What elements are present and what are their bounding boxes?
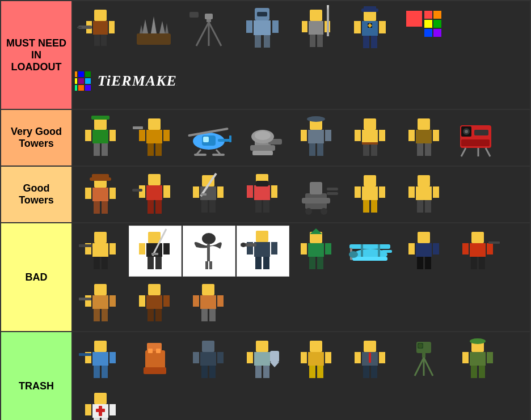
list-item[interactable] [75, 278, 128, 329]
svg-rect-43 [363, 36, 369, 48]
list-item[interactable] [129, 334, 182, 385]
tier-label-trash: TRASH [1, 332, 73, 420]
list-item[interactable] [237, 112, 289, 163]
svg-rect-157 [433, 186, 439, 198]
svg-rect-217 [85, 295, 91, 307]
list-item[interactable] [344, 226, 397, 277]
list-item[interactable] [452, 226, 505, 277]
svg-rect-172 [155, 257, 162, 269]
list-item[interactable] [183, 334, 235, 385]
list-item[interactable] [75, 387, 128, 420]
svg-rect-250 [201, 366, 208, 378]
svg-rect-21 [254, 20, 271, 35]
svg-rect-241 [145, 350, 165, 370]
svg-rect-144 [327, 188, 338, 190]
list-item[interactable] [75, 3, 128, 54]
svg-line-108 [461, 148, 466, 156]
list-item[interactable] [237, 226, 289, 277]
svg-rect-96 [418, 118, 430, 130]
svg-rect-199 [382, 250, 392, 253]
svg-rect-93 [363, 143, 369, 156]
list-item[interactable] [129, 278, 182, 329]
svg-rect-228 [202, 284, 214, 295]
svg-rect-124 [155, 200, 162, 214]
svg-rect-209 [470, 243, 486, 257]
svg-rect-276 [422, 353, 425, 358]
svg-rect-135 [254, 185, 270, 200]
list-item[interactable] [290, 334, 343, 385]
list-item[interactable] [290, 3, 343, 54]
list-item[interactable] [290, 112, 343, 163]
list-item[interactable] [237, 334, 289, 385]
list-item[interactable] [75, 169, 128, 220]
list-item[interactable] [75, 112, 128, 163]
svg-rect-156 [408, 186, 415, 198]
list-item[interactable] [183, 278, 235, 329]
svg-rect-3 [109, 21, 115, 33]
svg-rect-83 [308, 130, 324, 143]
svg-rect-107 [461, 139, 490, 146]
svg-point-275 [418, 343, 423, 348]
svg-point-186 [241, 243, 246, 247]
list-item[interactable] [398, 226, 451, 277]
svg-rect-52 [94, 118, 107, 130]
svg-rect-252 [256, 341, 268, 352]
svg-rect-129 [217, 186, 224, 198]
svg-rect-44 [371, 36, 377, 48]
svg-rect-48 [424, 20, 432, 28]
list-item[interactable] [183, 112, 235, 163]
list-item[interactable] [398, 334, 451, 385]
list-item[interactable] [237, 169, 289, 220]
svg-rect-130 [201, 200, 208, 213]
list-item[interactable] [344, 112, 397, 163]
svg-rect-254 [247, 352, 253, 363]
svg-rect-289 [85, 404, 91, 415]
svg-rect-32 [317, 35, 323, 47]
list-item[interactable] [398, 3, 451, 54]
svg-rect-116 [109, 188, 116, 199]
list-item[interactable] [75, 226, 128, 277]
tier-label-must: MUST NEED IN LOADOUT [1, 1, 73, 109]
svg-point-146 [305, 208, 312, 215]
svg-rect-42 [379, 21, 386, 33]
tier-row-bad: BAD [1, 223, 530, 332]
list-item[interactable] [452, 112, 505, 163]
list-item[interactable] [290, 226, 343, 277]
svg-rect-56 [109, 130, 116, 141]
svg-rect-41 [354, 21, 361, 33]
list-item[interactable] [129, 3, 182, 54]
list-item[interactable] [344, 169, 397, 220]
svg-rect-78 [252, 151, 273, 155]
svg-point-81 [255, 131, 271, 140]
svg-line-277 [415, 358, 424, 376]
list-item[interactable] [75, 334, 128, 385]
list-item[interactable] [344, 334, 397, 385]
list-item[interactable] [183, 169, 235, 220]
list-item[interactable] [237, 3, 289, 54]
list-item[interactable] [398, 112, 451, 163]
svg-rect-265 [317, 366, 323, 378]
svg-rect-23 [272, 20, 279, 33]
svg-rect-91 [355, 130, 361, 141]
list-item[interactable] [290, 169, 343, 220]
list-item[interactable] [129, 169, 182, 220]
svg-rect-49 [433, 20, 441, 28]
list-item[interactable] [129, 226, 182, 277]
list-item[interactable] [183, 3, 235, 54]
list-item[interactable] [398, 169, 451, 220]
list-item[interactable] [129, 112, 182, 163]
list-item[interactable] [452, 334, 505, 385]
svg-line-110 [486, 148, 490, 156]
svg-rect-260 [310, 341, 322, 352]
svg-rect-57 [94, 143, 100, 156]
svg-rect-84 [301, 130, 307, 141]
svg-rect-8 [137, 33, 171, 45]
svg-rect-214 [488, 241, 500, 244]
svg-rect-192 [317, 257, 323, 269]
list-item[interactable] [344, 3, 397, 54]
svg-rect-180 [254, 242, 270, 257]
svg-point-286 [470, 338, 486, 344]
list-item[interactable] [183, 226, 235, 277]
svg-rect-68 [203, 137, 209, 142]
svg-rect-240 [79, 353, 91, 356]
